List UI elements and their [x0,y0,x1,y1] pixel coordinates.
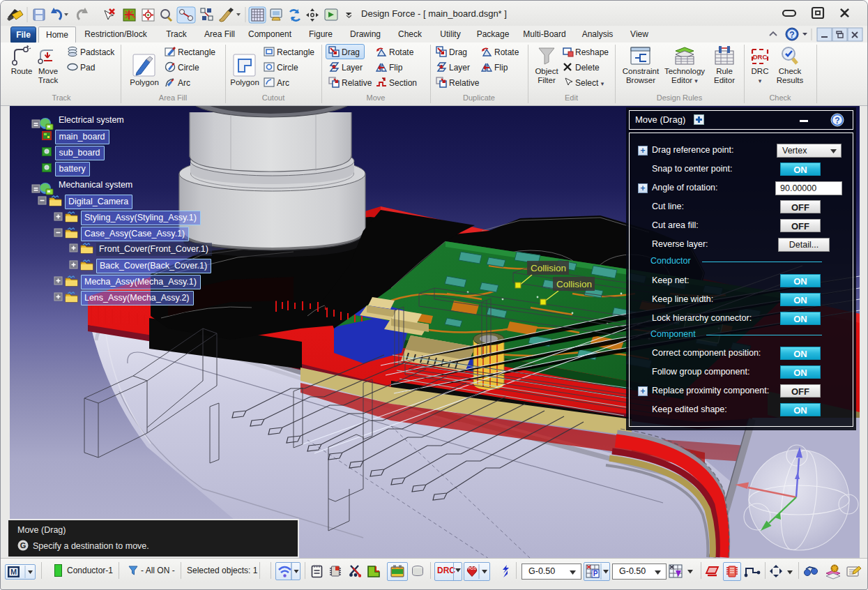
svg-text:G: G [20,541,26,550]
svg-text:P: P [593,570,598,577]
svg-text:M: M [10,568,17,576]
svg-text:Collision: Collision [556,279,592,289]
svg-text:DRC: DRC [753,53,768,61]
svg-text:?: ? [835,116,839,126]
svg-text:POS: POS [468,566,476,570]
svg-text:?: ? [789,30,794,40]
svg-text:Collision: Collision [531,263,566,273]
